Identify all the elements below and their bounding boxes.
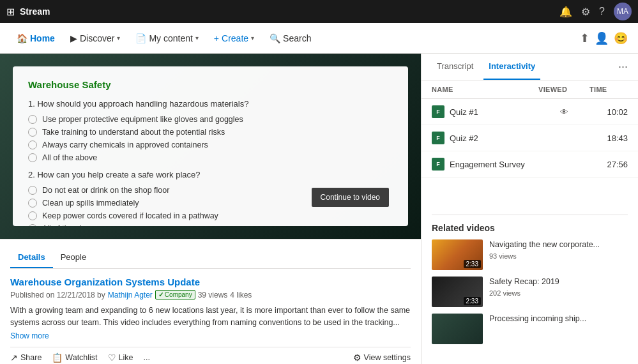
nav-home[interactable]: 🏠 Home xyxy=(10,23,61,54)
tab-people[interactable]: People xyxy=(53,247,94,268)
related-video-item[interactable]: 2:33 Navigating the new corporate... 93 … xyxy=(432,239,628,270)
app-title: Stream xyxy=(20,6,50,17)
quiz-option-2-3-label: Keep power cords covered if located in a… xyxy=(42,211,218,220)
radio-2-3[interactable] xyxy=(28,211,37,220)
list-item: F Quiz #1 👁 10:02 xyxy=(422,99,638,125)
quiz-option-1-3-label: Always carry chemicals in approved conta… xyxy=(42,140,208,149)
navbar-right: ⬆ 👤 😊 xyxy=(580,31,628,45)
nav-my-content[interactable]: 📄 My content ▾ xyxy=(129,23,204,54)
interactivity-header: NAME VIEWED TIME xyxy=(422,80,638,99)
details-area: Details People Warehouse Organization Sy… xyxy=(0,239,421,364)
profile-icon[interactable]: 👤 xyxy=(595,31,609,45)
settings-icon-2: ⚙ xyxy=(353,353,361,363)
related-video-title-2: Safety Recap: 2019 xyxy=(489,277,628,288)
tab-transcript[interactable]: Transcript xyxy=(432,54,478,80)
video-title: Warehouse Organization Systems Update xyxy=(10,277,411,287)
quiz-question-1: 1. How should you approach handling haza… xyxy=(28,99,393,109)
video-area: Warehouse Safety 1. How should you appro… xyxy=(0,54,421,364)
quiz-option-2-4-label: All of the above xyxy=(42,224,97,226)
author-link[interactable]: Mathijn Agter xyxy=(108,291,153,300)
panel-more-button[interactable]: ··· xyxy=(618,60,628,73)
bell-icon[interactable]: 🔔 xyxy=(559,6,572,18)
nav-my-content-label: My content xyxy=(149,33,192,43)
navbar: 🏠 Home ▶ Discover ▾ 📄 My content ▾ + Cre… xyxy=(0,23,638,54)
nav-search-label: Search xyxy=(283,33,311,43)
share-button[interactable]: ↗ Share xyxy=(10,353,42,363)
chevron-down-icon-2: ▾ xyxy=(195,34,199,42)
quiz-option-2-2-label: Clean up spills immediately xyxy=(42,199,139,208)
quiz-option-1-1: Use proper protective equipment like glo… xyxy=(28,115,393,124)
quiz-option-1-1-label: Use proper protective equipment like glo… xyxy=(42,115,243,124)
time-cell-1: 10:02 xyxy=(589,107,628,117)
related-thumb-3 xyxy=(432,314,483,344)
item-label-1: Quiz #1 xyxy=(450,107,478,117)
related-views-2: 202 views xyxy=(489,289,628,297)
settings-icon[interactable]: ⚙ xyxy=(581,6,590,18)
radio-1-3[interactable] xyxy=(28,140,37,149)
action-bar-right: ⚙ View settings xyxy=(353,353,411,363)
related-thumb-1: 2:33 xyxy=(432,239,483,270)
topbar: ⊞ Stream 🔔 ⚙ ? MA xyxy=(0,0,638,23)
interactivity-item-name-2: F Quiz #2 xyxy=(432,132,538,144)
like-button[interactable]: ♡ Like xyxy=(108,353,133,363)
published-label: Published on 12/21/2018 by xyxy=(10,291,105,300)
list-item: F Engagement Survey 27:56 xyxy=(422,151,638,178)
nav-create[interactable]: + Create ▾ xyxy=(208,23,261,54)
quiz-title: Warehouse Safety xyxy=(28,79,393,90)
watchlist-button[interactable]: 📋 Watchlist xyxy=(52,353,97,363)
upload-icon[interactable]: ⬆ xyxy=(580,31,589,45)
quiz-question-2: 2. How can you help create a safe work p… xyxy=(28,170,393,179)
time-cell-2: 18:43 xyxy=(589,133,628,143)
form-icon-1: F xyxy=(432,105,444,118)
eye-icon-1: 👁 xyxy=(560,107,568,117)
quiz-option-1-2: Take training to understand about the po… xyxy=(28,128,393,137)
video-player: Warehouse Safety 1. How should you appro… xyxy=(0,54,421,239)
quiz-overlay: Warehouse Safety 1. How should you appro… xyxy=(13,66,408,226)
radio-2-1[interactable] xyxy=(28,186,37,195)
interactivity-item-name-3: F Engagement Survey xyxy=(432,158,538,171)
share-icon: ↗ xyxy=(10,353,18,363)
help-icon[interactable]: ? xyxy=(599,6,605,17)
related-views-1: 93 views xyxy=(489,252,628,260)
interactivity-item-name-1: F Quiz #1 xyxy=(432,105,538,118)
view-settings-button[interactable]: ⚙ View settings xyxy=(353,353,411,363)
radio-2-2[interactable] xyxy=(28,199,37,208)
likes-count: 4 likes xyxy=(230,291,252,300)
radio-1-1[interactable] xyxy=(28,115,37,124)
company-badge: ✓ Company xyxy=(155,290,195,300)
time-cell-3: 27:56 xyxy=(589,160,628,169)
viewed-cell-1: 👁 xyxy=(538,107,589,117)
col-name: NAME xyxy=(432,86,538,93)
item-label-2: Quiz #2 xyxy=(450,133,478,143)
more-button[interactable]: ... xyxy=(144,353,150,362)
radio-1-2[interactable] xyxy=(28,128,37,137)
show-more-button[interactable]: Show more xyxy=(10,331,411,340)
item-label-3: Engagement Survey xyxy=(450,160,525,169)
video-description: With a growing team and expanding to 6 n… xyxy=(10,305,411,329)
related-video-item[interactable]: 2:33 Safety Recap: 2019 202 views xyxy=(432,277,628,307)
continue-to-video-button[interactable]: Continue to video xyxy=(312,188,389,207)
form-icon-3: F xyxy=(432,158,444,171)
quiz-option-1-2-label: Take training to understand about the po… xyxy=(42,128,225,137)
quiz-option-2-3: Keep power cords covered if located in a… xyxy=(28,211,393,220)
related-video-item[interactable]: Processing incoming ship... xyxy=(432,314,628,344)
quiz-option-1-4-label: All of the above xyxy=(42,153,97,162)
tab-interactivity[interactable]: Interactivity xyxy=(483,54,540,80)
details-tabs: Details People xyxy=(10,247,411,269)
radio-1-4[interactable] xyxy=(28,153,37,162)
quiz-option-1-4: All of the above xyxy=(28,153,393,162)
emoji-icon[interactable]: 😊 xyxy=(614,31,628,45)
avatar[interactable]: MA xyxy=(614,3,632,20)
related-info-1: Navigating the new corporate... 93 views xyxy=(489,239,628,270)
views-count: 39 views xyxy=(198,291,228,300)
quiz-option-2-4: All of the above xyxy=(28,224,393,226)
nav-discover[interactable]: ▶ Discover ▾ xyxy=(64,23,126,54)
tab-details[interactable]: Details xyxy=(10,247,53,268)
nav-search[interactable]: 🔍 Search xyxy=(263,23,317,54)
interactivity-list: NAME VIEWED TIME F Quiz #1 👁 10:02 F Qui… xyxy=(422,80,638,215)
form-icon-2: F xyxy=(432,132,444,144)
list-item: F Quiz #2 18:43 xyxy=(422,125,638,151)
radio-2-4[interactable] xyxy=(28,224,37,226)
duration-badge-2: 2:33 xyxy=(464,297,481,305)
my-content-icon: 📄 xyxy=(135,33,146,43)
